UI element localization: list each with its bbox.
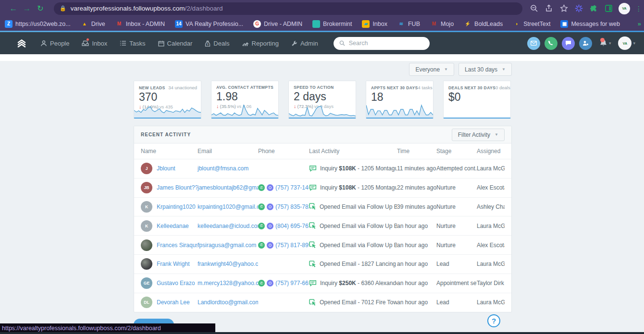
table-row[interactable]: JB James Blount?? jamesblountajb62@gmail… — [134, 179, 511, 198]
phone-number-link[interactable]: (757) 817-8991 — [275, 242, 309, 249]
nav-item-people[interactable]: People — [40, 40, 69, 47]
user-menu[interactable]: VA ▾ — [618, 36, 635, 50]
contact-name-link[interactable]: James Blount?? — [157, 184, 198, 191]
phone-number-link[interactable]: (757) 977-6655 — [275, 280, 309, 286]
zoom-page-icon[interactable] — [529, 4, 539, 13]
dialer-icon[interactable] — [267, 280, 273, 286]
notifications-button[interactable]: ▾ — [599, 39, 611, 48]
inquiry-chat-icon — [309, 165, 317, 172]
table-row[interactable]: Frank Wright frankwright40@yahoo.com Ope… — [134, 255, 511, 274]
bookmark-star-icon[interactable] — [559, 4, 569, 13]
contact-name-link[interactable]: Gustavo Erazo — [157, 280, 195, 286]
stat-card-2[interactable]: SPEED TO ACTION2 days↓(72.3%) vs 9 days — [288, 81, 356, 119]
fub-logo-icon[interactable] — [16, 39, 27, 48]
audience-filter-dropdown[interactable]: Everyone ▼ — [409, 63, 454, 76]
dialer-icon[interactable] — [267, 184, 273, 191]
bookmark-boldleads[interactable]: ⚡BoldLeads — [464, 20, 503, 28]
bookmark-messages[interactable]: ▣Messages for web — [560, 20, 619, 28]
address-bar[interactable]: 🔒 varealtyprofessionals.followupboss.com… — [54, 2, 522, 15]
contact-email-link[interactable]: frankwright40@yahoo.com — [198, 261, 258, 267]
call-icon[interactable]: ✆ — [258, 242, 265, 249]
nav-item-calendar[interactable]: Calendar — [158, 40, 193, 47]
nav-item-reporting[interactable]: Reporting — [242, 40, 279, 47]
activity-text: Inquiry $108K - 1205 Montague St ... — [320, 165, 397, 172]
table-row[interactable]: J Jblount jblount@fmsna.com Inquiry $108… — [134, 159, 511, 179]
stat-card-4[interactable]: DEALS NEXT 30 DAYS0 deals$0 — [443, 81, 511, 119]
extension-spinner-icon[interactable] — [574, 4, 583, 13]
contact-name-link[interactable]: Kelleedanae — [157, 223, 189, 229]
filter-activity-dropdown[interactable]: Filter Activity ▼ — [452, 129, 505, 141]
nav-item-label: Inbox — [92, 40, 107, 47]
help-button[interactable]: ? — [487, 314, 500, 327]
table-row[interactable]: K Kelleedanae kelleedanae@icloud.com ✆(8… — [134, 216, 511, 236]
contact-email-link[interactable]: jamesblountajb62@gmail... — [198, 184, 258, 191]
nav-item-inbox[interactable]: Inbox — [82, 40, 107, 47]
dialer-icon[interactable] — [267, 203, 273, 210]
sidebar-icon[interactable] — [604, 4, 613, 13]
activity-time: 22 minutes ago — [397, 184, 436, 191]
contact-email-link[interactable]: m.mercy1328@yahoo.com — [198, 280, 258, 286]
stat-card-3[interactable]: APPTS NEXT 30 DAYS4 tasks18 — [366, 81, 433, 119]
nav-item-tasks[interactable]: Tasks — [120, 40, 145, 47]
contact-name-link[interactable]: Devorah Lee — [157, 299, 190, 306]
call-icon[interactable]: ✆ — [258, 184, 265, 191]
reload-icon[interactable]: ↻ — [34, 4, 47, 13]
contact-email-link[interactable]: jblount@fmsna.com — [198, 165, 248, 172]
chat-action-button[interactable] — [562, 37, 575, 50]
bookmark-fub[interactable]: ≋FUB — [397, 20, 420, 28]
contact-name-link[interactable]: Frank Wright — [157, 261, 189, 267]
add-contact-action-button[interactable] — [579, 37, 592, 50]
bookmark-streettext[interactable]: ◗StreetText — [513, 20, 550, 28]
daterange-filter-dropdown[interactable]: Last 30 days ▼ — [458, 63, 512, 76]
contact-name-link[interactable]: Krpainting1020 — [157, 203, 196, 210]
share-icon[interactable] — [544, 4, 554, 13]
stat-card-1[interactable]: AVG. CONTACT ATTEMPTS1.98↓(35.5%) vs 3.0… — [211, 81, 279, 119]
email-action-button[interactable] — [527, 37, 540, 50]
phone-number-link[interactable]: (804) 695-7636 — [275, 223, 309, 229]
chevron-down-icon: ▾ — [633, 41, 635, 46]
bookmark-gmail[interactable]: MInbox - ADMIN — [115, 20, 165, 28]
stat-badge: 34 unactioned — [168, 85, 197, 90]
call-icon[interactable]: ✆ — [258, 223, 265, 229]
contact-email-link[interactable]: Landlordtoo@gmail.com — [198, 299, 258, 306]
forward-icon[interactable]: → — [20, 4, 34, 13]
table-row[interactable]: DL Devorah Lee Landlordtoo@gmail.com Ope… — [134, 293, 511, 312]
phone-number-link[interactable]: (757) 737-1463 — [275, 184, 309, 191]
bookmarks-overflow-icon[interactable]: » — [638, 20, 641, 27]
table-row[interactable]: K Krpainting1020 krpainting1020@gmail.co… — [134, 198, 511, 217]
bookmark-zoom[interactable]: Zhttps://us02web.zo... — [5, 20, 71, 28]
table-row[interactable]: Frances Siraqusa fpsiragusa@gmail.com ✆(… — [134, 236, 511, 255]
contact-email-link[interactable]: fpsiragusa@gmail.com — [198, 242, 256, 249]
dialer-icon[interactable] — [267, 242, 273, 249]
messages-icon: ▣ — [560, 20, 568, 28]
activity-time: an hour ago — [397, 261, 436, 267]
bookmark-brokermint[interactable]: Brokermint — [312, 20, 352, 28]
stat-label: NEW LEADS — [139, 85, 165, 90]
call-icon[interactable]: ✆ — [258, 280, 265, 286]
bookmark-calendar[interactable]: 14VA Realty Professio... — [175, 20, 243, 28]
avatar: JB — [141, 182, 152, 193]
search-input[interactable] — [349, 40, 421, 47]
bookmark-drive[interactable]: ▲Drive — [81, 20, 105, 28]
bookmark-label: Brokermint — [323, 21, 352, 27]
table-row[interactable]: GE Gustavo Erazo m.mercy1328@yahoo.com ✆… — [134, 274, 511, 293]
dialer-icon[interactable] — [267, 223, 273, 229]
stat-card-0[interactable]: NEW LEADS34 unactioned370↓(14.9%) vs 435 — [134, 81, 201, 119]
call-icon[interactable]: ✆ — [258, 203, 265, 210]
back-icon[interactable]: ← — [7, 4, 20, 13]
contact-email-link[interactable]: krpainting1020@gmail.co... — [198, 203, 258, 210]
contact-email-link[interactable]: kelleedanae@icloud.com — [198, 223, 258, 229]
bookmark-google[interactable]: GDrive - ADMIN — [253, 20, 302, 28]
bookmark-mojo[interactable]: MMojo — [430, 20, 454, 28]
phone-number-link[interactable]: (757) 835-7820 — [275, 203, 309, 210]
bookmark-inbox[interactable]: ▰Inbox — [362, 20, 387, 28]
contact-name-link[interactable]: Frances Siraqusa — [157, 242, 198, 249]
browser-menu-icon[interactable]: ⋮ — [635, 5, 643, 12]
nav-item-label: Admin — [300, 40, 318, 47]
nav-item-deals[interactable]: $Deals — [205, 40, 229, 47]
nav-item-admin[interactable]: Admin — [291, 40, 318, 47]
contact-name-link[interactable]: Jblount — [157, 165, 175, 172]
browser-profile-avatar[interactable]: VA — [619, 3, 630, 14]
phone-action-button[interactable] — [545, 37, 557, 50]
extensions-puzzle-icon[interactable] — [589, 4, 598, 13]
